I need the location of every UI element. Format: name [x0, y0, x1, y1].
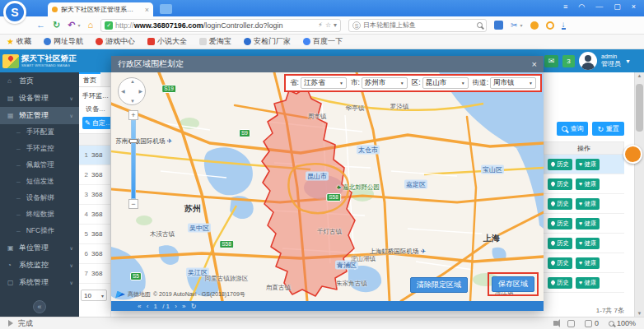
shield-icon[interactable] [567, 320, 575, 327]
sidebar-item-佩戴管理[interactable]: –佩戴管理 [0, 157, 79, 174]
map-canvas[interactable]: 苏南硕放国际机场 ✈上海虹桥国际机场 ✈苏州上海吴中区吴江区太仓市嘉定区青浦区宝… [111, 72, 544, 301]
map-pan-control[interactable]: ▲ ▼ ◀ ▶ [118, 77, 146, 105]
close-icon[interactable]: × [632, 2, 636, 11]
skin-icon[interactable]: ◠ [578, 2, 585, 11]
scrollbar-thumb[interactable] [636, 84, 643, 132]
avatar[interactable] [579, 52, 597, 70]
clear-region-button[interactable]: 清除限定区域 [410, 277, 468, 293]
table-row[interactable]: 3368 [79, 185, 110, 205]
sidebar-collapse-button[interactable]: « [33, 300, 46, 313]
health-button[interactable]: ♥健康 [576, 159, 600, 170]
table-row[interactable]: 4368 [79, 205, 110, 225]
region-select-1[interactable]: 江苏省▼ [301, 77, 347, 89]
pan-left-icon[interactable]: ◀ [121, 88, 125, 94]
sidebar-item-设备管理[interactable]: ▤设备管理∨ [0, 90, 79, 107]
custom-area-button[interactable]: ✎ 自定… [82, 117, 111, 129]
addr-caret-icon[interactable]: ▾ [334, 21, 337, 29]
browser-tab[interactable]: 探天下社区矫正管理系… × [48, 2, 153, 16]
account-icon[interactable] [546, 21, 554, 30]
user-caret-icon[interactable]: ▼ [625, 58, 631, 64]
recall-caret-icon[interactable]: ▾ [77, 22, 80, 28]
history-button[interactable]: 历史 [548, 159, 572, 170]
health-button[interactable]: ♥健康 [576, 218, 600, 229]
zoom-in-button[interactable]: + [128, 110, 138, 120]
history-button[interactable]: 历史 [548, 198, 572, 210]
history-button[interactable]: 历史 [548, 218, 572, 229]
sidebar-item-系统管理[interactable]: ▢系统管理∨ [0, 274, 79, 291]
sidebar-item-手环配置[interactable]: –手环配置 [0, 124, 79, 141]
sogou-logo[interactable]: S [3, 1, 26, 24]
pan-down-icon[interactable]: ▼ [130, 99, 135, 104]
region-select-3[interactable]: 昆山市▼ [422, 77, 469, 89]
bookmark-item-6[interactable]: 安检门厂家 [244, 36, 291, 47]
sidebar-item-NFC操作[interactable]: –NFC操作 [0, 223, 79, 239]
sidebar-item-单位管理[interactable]: ▣单位管理∨ [0, 239, 79, 257]
tab-close-icon[interactable]: × [145, 6, 149, 14]
reset-button[interactable]: ↻重置 [592, 122, 624, 136]
blocked-counter-icon[interactable] [585, 320, 592, 327]
zoom-level[interactable]: 100% [617, 319, 636, 327]
save-region-button[interactable]: 保存区域 [492, 276, 534, 292]
table-row[interactable]: 7368 [79, 264, 110, 284]
mail-icon[interactable]: ✉ [544, 55, 558, 67]
table-row[interactable]: 2368 [79, 165, 110, 185]
history-button[interactable]: 历史 [548, 178, 572, 190]
page-size-select[interactable]: 10 ▾ [81, 290, 107, 301]
home-icon[interactable]: ⌂ [87, 21, 93, 30]
recall-icon[interactable]: ↶ [68, 21, 75, 30]
floating-service-bubble[interactable] [623, 145, 642, 164]
sidebar-item-系统监控[interactable]: ◔系统监控∨ [0, 257, 79, 274]
scroll-up-icon[interactable]: ▲ [635, 73, 644, 78]
maximize-icon[interactable]: ▢ [614, 2, 621, 11]
table-row[interactable]: 5368 [79, 225, 110, 244]
back-icon[interactable]: ← [36, 21, 45, 30]
region-select-4[interactable]: 周市镇▼ [490, 77, 536, 89]
sidebar-toggle-icon[interactable] [494, 21, 503, 30]
zoom-lens-icon[interactable] [609, 321, 614, 327]
site-safety-icon[interactable]: ✓ [105, 21, 113, 30]
zoom-out-button[interactable]: − [128, 199, 138, 209]
search-icon[interactable] [477, 22, 483, 28]
sidebar-item-矫正管理[interactable]: ▦矫正管理∨ [0, 107, 79, 124]
bookmark-item-2[interactable]: 网址导航 [44, 36, 83, 47]
table-row[interactable]: 6368 [79, 244, 110, 264]
scroll-down-icon[interactable]: ▼ [635, 311, 644, 316]
sidebar-item-手环监控[interactable]: –手环监控 [0, 141, 79, 157]
screenshot-scissors-icon[interactable]: ✂ [511, 21, 517, 30]
menu-icon[interactable]: ≡ [563, 2, 567, 11]
sidebar-item-设备解绑[interactable]: –设备解绑 [0, 190, 79, 206]
health-button[interactable]: ♥健康 [576, 257, 600, 269]
minimize-icon[interactable]: — [595, 2, 603, 11]
dialog-close-icon[interactable]: × [532, 59, 537, 69]
new-tab-button[interactable] [160, 4, 172, 14]
health-button[interactable]: ♥健康 [576, 277, 600, 289]
table-row[interactable]: 1368 [79, 146, 110, 165]
tab-home[interactable]: 首页 [79, 72, 100, 86]
health-button[interactable]: ♥健康 [576, 238, 600, 249]
flash-icon[interactable]: ⚡ [318, 21, 323, 29]
search-box[interactable]: S [348, 19, 487, 32]
mail-badge[interactable]: 3 [562, 55, 575, 67]
favorite-star-icon[interactable]: ☆ [325, 21, 331, 29]
scissors-caret-icon[interactable]: ▾ [520, 22, 523, 28]
bookmark-item-5[interactable]: 爱淘宝 [199, 36, 231, 47]
refresh-icon[interactable]: ↻ [53, 21, 60, 30]
health-button[interactable]: ♥健康 [576, 178, 600, 190]
search-button[interactable]: 查询 [557, 122, 588, 136]
extension-icon[interactable] [530, 21, 539, 30]
sidebar-item-短信发送[interactable]: –短信发送 [0, 174, 79, 190]
sidebar-item-首页[interactable]: ⌂首页 [0, 72, 79, 90]
health-button[interactable]: ♥健康 [576, 198, 600, 210]
download-icon[interactable]: ↓ [562, 21, 566, 30]
history-button[interactable]: 历史 [548, 257, 572, 269]
pan-right-icon[interactable]: ▶ [138, 88, 142, 94]
search-input[interactable] [363, 21, 474, 29]
address-bar[interactable]: ✓ http://www.36807196.com/loginControlle… [100, 19, 341, 32]
sidebar-item-终端数据[interactable]: –终端数据 [0, 206, 79, 223]
bookmark-item-3[interactable]: 游戏中心 [96, 36, 135, 47]
bookmark-item-1[interactable]: ★收藏▾ [7, 36, 31, 47]
history-button[interactable]: 历史 [548, 238, 572, 249]
pan-up-icon[interactable]: ▲ [130, 79, 135, 84]
bookmark-item-7[interactable]: 百度一下 [303, 36, 343, 47]
speaker-icon[interactable] [553, 321, 558, 326]
